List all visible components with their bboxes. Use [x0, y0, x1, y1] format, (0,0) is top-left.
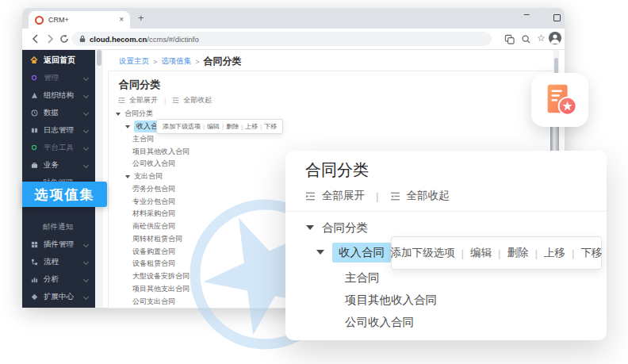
- tree-node-label[interactable]: 合同分类: [322, 220, 368, 236]
- tree-node[interactable]: 主合同: [285, 266, 607, 289]
- restore-window-button[interactable]: [553, 14, 561, 21]
- sidebar-item[interactable]: 扩展中心: [22, 288, 95, 305]
- caret-down-icon[interactable]: [125, 175, 130, 178]
- collapse-all-button[interactable]: 全部收起: [407, 189, 450, 203]
- close-tab-icon[interactable]: ×: [119, 16, 124, 24]
- sidebar-item-label: 插件管理: [44, 239, 74, 250]
- address-input[interactable]: cloud.hecom.cn/ccms/#/dictinfo: [71, 32, 492, 46]
- popup-action[interactable]: 上移: [245, 122, 258, 131]
- url-bar: cloud.hecom.cn/ccms/#/dictinfo ☆: [22, 29, 565, 50]
- collapse-all-icon: [390, 191, 400, 201]
- reload-icon[interactable]: [59, 33, 70, 44]
- sidebar-item[interactable]: 业务: [22, 156, 95, 174]
- sidebar-item[interactable]: 分析: [22, 270, 95, 288]
- chevron-down-icon: [83, 93, 89, 98]
- tree-node-label[interactable]: 合同分类: [124, 109, 153, 119]
- tree-node-label[interactable]: 主合同: [345, 270, 380, 285]
- sidebar-scrollbar-thumb[interactable]: [97, 50, 101, 66]
- caret-down-icon[interactable]: [116, 113, 121, 116]
- tree-node-label[interactable]: 材料采购合同: [132, 209, 175, 219]
- sidebar-item[interactable]: 插件管理: [22, 236, 95, 253]
- expand-all-button[interactable]: 全部展开: [129, 95, 158, 105]
- sidebar-item-label: 返回首页: [44, 55, 75, 66]
- browser-tab[interactable]: CRM+ ×: [29, 11, 130, 29]
- business-icon: [30, 161, 38, 169]
- back-icon[interactable]: [30, 33, 41, 44]
- new-tab-button[interactable]: +: [138, 12, 144, 24]
- tree-node[interactable]: 主合同: [111, 133, 550, 146]
- tree-node[interactable]: 合同分类: [285, 217, 607, 238]
- action-separator: |: [498, 247, 501, 259]
- tree-node-label[interactable]: 支出合同: [134, 171, 163, 182]
- platform-dot-icon: [30, 144, 38, 151]
- popup-action[interactable]: 上移: [544, 246, 565, 260]
- extension-icon: [30, 293, 38, 301]
- sidebar-item[interactable]: 邮件通知: [22, 218, 95, 236]
- home-icon: [30, 56, 38, 64]
- bookmark-star-icon[interactable]: ☆: [537, 33, 548, 44]
- popup-action[interactable]: 删除: [226, 122, 239, 131]
- url-path: /ccms/#/dictinfo: [147, 35, 198, 44]
- tree-node-label[interactable]: 大型设备安拆合同: [132, 271, 190, 282]
- admin-dot-icon: [30, 74, 38, 82]
- caret-down-icon[interactable]: [316, 250, 324, 255]
- sidebar-scrollbar[interactable]: [95, 50, 103, 308]
- profile-avatar[interactable]: [549, 32, 561, 44]
- action-separator: |: [241, 123, 243, 130]
- action-separator: |: [203, 123, 205, 130]
- tree-node-label[interactable]: 周转材租赁合同: [132, 234, 182, 244]
- tree-node-label[interactable]: 专业分包合同: [132, 197, 175, 207]
- sidebar-item[interactable]: 流程: [22, 253, 95, 270]
- magnified-panel: 合同分类 全部展开 | 全部收起 合同分类收入合同主合同项目其他收入合同公司收入…: [285, 151, 607, 340]
- sidebar-item[interactable]: 管理: [22, 69, 95, 86]
- sidebar-item[interactable]: 组织结构: [22, 86, 95, 104]
- overlay-title: 合同分类: [305, 159, 369, 181]
- tree-node-label[interactable]: 设备租赁合同: [132, 259, 175, 269]
- sidebar-item[interactable]: 日志管理: [22, 121, 95, 139]
- tree-node[interactable]: 公司收入合同: [285, 311, 607, 333]
- expand-all-icon: [305, 191, 316, 201]
- expand-all-button[interactable]: 全部展开: [322, 189, 365, 203]
- breadcrumb-link[interactable]: 设置主页: [119, 56, 149, 67]
- collapse-all-button[interactable]: 全部收起: [183, 95, 212, 105]
- forward-icon[interactable]: [44, 33, 56, 44]
- tree-node-label[interactable]: 收入合同: [332, 243, 391, 262]
- collapse-all-icon: [172, 97, 179, 104]
- action-separator: |: [461, 247, 464, 259]
- tree-node-label[interactable]: 项目其他收入合同: [345, 293, 437, 308]
- caret-down-icon[interactable]: [125, 125, 130, 128]
- tree-node-label[interactable]: 劳务分包合同: [132, 184, 175, 194]
- images-icon[interactable]: [504, 33, 515, 44]
- tree-node-label[interactable]: 商砼供应合同: [132, 221, 175, 232]
- sidebar-item[interactable]: 数据: [22, 104, 95, 121]
- overlay-toolbar: 全部展开 | 全部收起: [305, 189, 450, 203]
- popup-action[interactable]: 添加下级选项: [390, 246, 454, 260]
- chevron-down-icon: [83, 277, 89, 282]
- sidebar-item[interactable]: 返回首页: [22, 52, 95, 69]
- popup-action[interactable]: 下移: [581, 246, 603, 260]
- popup-action[interactable]: 删除: [507, 246, 529, 260]
- tree-node-label[interactable]: 项目其他支出合同: [132, 284, 190, 294]
- tree-node[interactable]: 项目其他收入合同: [285, 289, 607, 311]
- popup-action[interactable]: 编辑: [470, 246, 492, 260]
- log-icon: [30, 126, 38, 134]
- lock-icon: [79, 35, 86, 43]
- flow-icon: [30, 258, 38, 266]
- tree-node-label[interactable]: 公司收入合同: [345, 315, 414, 330]
- popup-action[interactable]: 添加下级选项: [163, 122, 201, 131]
- sidebar-item[interactable]: 平台工具: [22, 139, 95, 156]
- tree-node-label[interactable]: 主合同: [132, 134, 154, 144]
- chevron-down-icon: [83, 259, 89, 265]
- minimize-window-button[interactable]: –: [520, 9, 533, 20]
- tree-node-label[interactable]: 公司收入合同: [132, 159, 175, 169]
- tree-node-label[interactable]: 设备购置合同: [132, 247, 175, 257]
- sidebar-item-label: 日志管理: [44, 125, 74, 136]
- zoom-icon[interactable]: [521, 33, 532, 44]
- breadcrumb-link[interactable]: 选项值集: [161, 56, 191, 67]
- tree-node-label[interactable]: 项目其他收入合同: [132, 147, 190, 157]
- tree-node-label[interactable]: 公司支出合同: [132, 297, 175, 307]
- url-domain: cloud.hecom.cn: [90, 35, 147, 44]
- caret-down-icon[interactable]: [306, 225, 314, 230]
- popup-action[interactable]: 编辑: [207, 122, 220, 131]
- popup-action[interactable]: 下移: [264, 122, 277, 131]
